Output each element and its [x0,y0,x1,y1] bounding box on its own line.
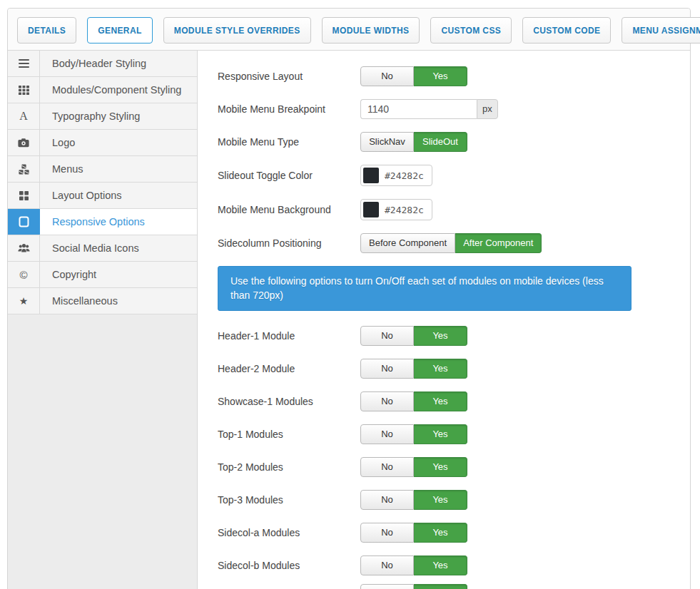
star-icon: ★ [8,288,40,314]
tab-menu-assignment[interactable]: MENU ASSIGNMENT [622,17,700,43]
font-icon: A [8,103,40,129]
form-row-header-1-module: Header-1 Module NoYes [218,326,690,346]
copyright-icon: © [8,262,40,287]
tab-custom-css[interactable]: CUSTOM CSS [430,17,512,43]
color-picker[interactable]: #24282c [360,165,432,186]
users-icon [8,235,40,261]
sidebar-item-modules-component-styling[interactable]: Modules/Component Styling [8,77,197,103]
toggle-group: NoYes [360,66,467,86]
settings-panel: DETAILSGENERALMODULE STYLE OVERRIDESMODU… [7,8,691,589]
toggle-option-yes[interactable]: Yes [414,523,467,543]
field-label: Mobile Menu Type [218,136,360,148]
form-row-sidecolumn-positioning: Sidecolumn Positioning Before ComponentA… [218,233,690,253]
toggle-option-no[interactable]: No [360,523,414,543]
toggle-option-yes[interactable]: Yes [414,424,467,444]
toggle-group: NoYes [360,359,467,379]
field-label: Responsive Layout [218,71,360,82]
toggle-group: NoYes [360,457,467,477]
toggle-option-no[interactable]: No [360,457,414,477]
field-label: Sidecolumn Positioning [218,237,360,249]
th-large-icon [8,183,40,208]
toggle-option-no[interactable]: No [360,555,414,575]
field-label: Top-1 Modules [218,429,360,440]
toggle-group: NoYes [360,584,467,589]
toggle-option-yes[interactable]: Yes [414,457,467,477]
sidebar-item-menus[interactable]: Menus [8,156,197,183]
form-row-mobile-menu-type: Mobile Menu Type SlickNavSlideOut [218,132,690,152]
sidebar-item-miscellaneous[interactable]: ★ Miscellaneous [8,288,197,314]
toggle-option-yes[interactable]: Yes [414,66,467,86]
input-addon: px [477,99,498,119]
panel-body: Body/Header Styling Modules/Component St… [8,51,690,589]
color-swatch [363,168,379,183]
color-picker[interactable]: #24282c [360,199,432,220]
form-row-sidecol-a-modules: Sidecol-a Modules NoYes [218,523,690,543]
sidebar-item-layout-options[interactable]: Layout Options [8,183,197,209]
sidebar-item-social-media-icons[interactable]: Social Media Icons [8,235,197,262]
toggle-option-yes[interactable]: Yes [414,359,467,379]
toggle-group: NoYes [360,424,467,444]
form-row-sidecol-b-modules: Sidecol-b Modules NoYes [218,555,690,575]
toggle-option-no[interactable]: No [360,391,414,411]
toggle-option-no[interactable]: No [360,359,414,379]
toggle-option-no[interactable]: No [360,490,414,510]
toggle-option-yes[interactable]: Yes [414,391,467,411]
info-alert: Use the following options to turn On/Off… [218,266,631,311]
tab-general[interactable]: GENERAL [87,17,152,43]
toggle-option-no[interactable]: No [360,326,414,346]
sidebar-item-logo[interactable]: Logo [8,130,197,156]
form-row-row: NoYes [218,584,690,589]
sidebar-filler [8,314,197,589]
tab-module-style-overrides[interactable]: MODULE STYLE OVERRIDES [163,17,311,43]
color-hex-value: #24282c [385,205,430,215]
field-label: Slideout Toggle Color [218,170,360,181]
sidebar: Body/Header Styling Modules/Component St… [8,51,198,589]
toggle-option-yes[interactable]: Yes [414,326,467,346]
breakpoint-input[interactable] [360,99,477,119]
grid-icon [8,77,40,103]
sidebar-item-typography-styling[interactable]: A Typography Styling [8,103,197,130]
sidebar-item-body-header-styling[interactable]: Body/Header Styling [8,51,197,77]
toggle-group: Before ComponentAfter Component [360,233,542,253]
form-row-responsive-layout: Responsive Layout NoYes [218,66,690,86]
camera-icon [8,130,40,155]
toggle-option-yes[interactable]: Yes [414,584,467,589]
toggle-option-no[interactable]: No [360,424,414,444]
toggle-group: NoYes [360,555,467,575]
color-swatch [363,202,379,217]
form-row-top-3-modules: Top-3 Modules NoYes [218,490,690,510]
tab-module-widths[interactable]: MODULE WIDTHS [322,17,420,43]
field-label: Sidecol-a Modules [218,527,360,538]
toggle-group: NoYes [360,391,467,411]
tab-bar: DETAILSGENERALMODULE STYLE OVERRIDESMODU… [8,9,690,51]
field-label: Mobile Menu Breakpoint [218,103,360,115]
sidebar-item-copyright[interactable]: © Copyright [8,262,197,288]
form-row: Slideout Toggle Color #24282c [218,165,690,186]
form-row-top-2-modules: Top-2 Modules NoYes [218,457,690,477]
toggle-option-before-component[interactable]: Before Component [360,233,455,253]
toggle-option-no[interactable]: No [360,66,414,86]
form-row: Mobile Menu Breakpoint px [218,99,690,119]
sidebar-item-responsive-options[interactable]: Responsive Options [8,209,197,235]
toggle-group: NoYes [360,490,467,510]
form-row-top-1-modules: Top-1 Modules NoYes [218,424,690,444]
tab-details[interactable]: DETAILS [17,17,76,43]
form-row: Mobile Menu Background #24282c [218,199,690,220]
toggle-option-slideout[interactable]: SlideOut [414,132,467,152]
form-row-header-2-module: Header-2 Module NoYes [218,359,690,379]
toggle-group: SlickNavSlideOut [360,132,467,152]
tablet-icon [8,209,40,235]
form-row-showcase-1-modules: Showcase-1 Modules NoYes [218,391,690,411]
tab-custom-code[interactable]: CUSTOM CODE [522,17,611,43]
field-label: Header-2 Module [218,363,360,374]
field-label: Sidecol-b Modules [218,560,360,571]
color-hex-value: #24282c [385,170,430,181]
toggle-option-yes[interactable]: Yes [414,555,467,575]
settings-form: Responsive Layout NoYes Mobile Menu Brea… [198,51,690,589]
toggle-option-after-component[interactable]: After Component [455,233,542,253]
toggle-option-yes[interactable]: Yes [414,490,467,510]
toggle-option-no[interactable]: No [360,584,414,589]
field-label: Top-3 Modules [218,494,360,506]
field-label: Mobile Menu Background [218,204,360,215]
toggle-option-slicknav[interactable]: SlickNav [360,132,414,152]
